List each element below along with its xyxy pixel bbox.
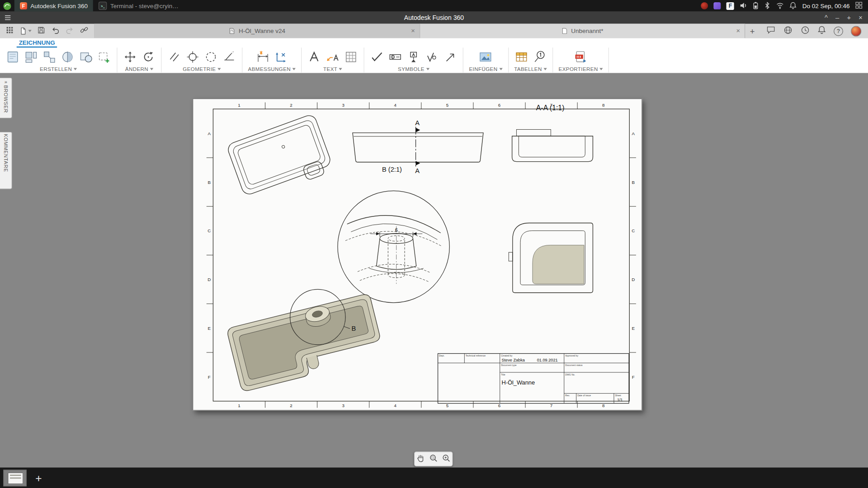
group-dropdown-exportieren[interactable]: EXPORTIEREN bbox=[559, 66, 603, 72]
browser-panel-tab[interactable]: » BROWSER bbox=[0, 77, 12, 118]
section-view-aa[interactable] bbox=[512, 130, 593, 162]
comment-icon[interactable] bbox=[766, 25, 776, 36]
zoom-window-icon[interactable] bbox=[429, 453, 439, 465]
history-icon[interactable] bbox=[801, 25, 810, 37]
comments-panel-tab[interactable]: KOMMENTARE bbox=[0, 131, 12, 189]
zone-label: B bbox=[632, 180, 635, 185]
help-icon[interactable]: ? bbox=[834, 26, 843, 36]
share-link-icon[interactable] bbox=[80, 25, 89, 36]
redo-icon[interactable] bbox=[65, 26, 74, 36]
taskbar-window-terminal[interactable]: >_ Terminal - steve@cryin… bbox=[93, 0, 184, 12]
ribbon-group-text: TEXT bbox=[302, 47, 364, 72]
group-dropdown-geometrie[interactable]: GEOMETRIE bbox=[183, 66, 221, 72]
expand-panel-icon: » bbox=[5, 80, 7, 84]
center-mark-icon[interactable] bbox=[185, 50, 200, 64]
shade-window-button[interactable]: ^ bbox=[825, 12, 828, 24]
chevron-down-icon bbox=[339, 68, 342, 70]
close-tab-icon[interactable]: × bbox=[736, 27, 741, 35]
taskbar-clock[interactable]: Do 02 Sep, 00:46 bbox=[802, 3, 850, 9]
fusion-tray-icon[interactable]: F bbox=[726, 2, 734, 9]
iso-shaded-view[interactable]: B bbox=[226, 289, 385, 392]
minimize-button[interactable]: – bbox=[835, 12, 839, 24]
panel-grid-icon[interactable] bbox=[855, 2, 863, 10]
chevron-down-icon bbox=[543, 68, 547, 70]
table-icon[interactable] bbox=[514, 50, 528, 64]
rotate-icon[interactable] bbox=[141, 50, 156, 64]
undo-icon[interactable] bbox=[51, 26, 60, 36]
surface-finish-icon[interactable] bbox=[425, 50, 439, 64]
avatar[interactable] bbox=[851, 26, 861, 36]
group-dropdown-aendern[interactable]: ÄNDERN bbox=[125, 66, 153, 72]
iso-wireframe-view[interactable] bbox=[226, 113, 334, 202]
text-icon[interactable] bbox=[307, 50, 322, 64]
ribbon-group-exportieren: EXPORTIEREN bbox=[553, 47, 609, 72]
wifi-icon[interactable] bbox=[776, 1, 784, 10]
datum-icon[interactable] bbox=[406, 50, 421, 64]
base-view-icon[interactable] bbox=[24, 50, 38, 64]
volume-icon[interactable] bbox=[740, 1, 747, 10]
circle-icon[interactable] bbox=[204, 50, 218, 64]
dimension-icon[interactable] bbox=[255, 50, 270, 64]
drawing-canvas[interactable]: » BROWSER KOMMENTARE 1 2 bbox=[0, 73, 868, 468]
edge-symbol-icon[interactable] bbox=[443, 50, 458, 64]
sheet-icon[interactable] bbox=[5, 50, 20, 64]
online-status-icon[interactable] bbox=[783, 25, 793, 37]
workspace-tab-zeichnung[interactable]: ZEICHNUNG bbox=[17, 39, 57, 47]
group-dropdown-einfuegen[interactable]: EINFÜGEN bbox=[469, 66, 502, 72]
battery-icon[interactable] bbox=[753, 1, 759, 10]
new-tab-button[interactable]: + bbox=[745, 24, 760, 38]
pdf-export-icon[interactable] bbox=[574, 50, 588, 64]
group-dropdown-symbole[interactable]: SYMBOLE bbox=[398, 66, 429, 72]
window-thumbnail[interactable] bbox=[3, 469, 26, 486]
zoom-icon[interactable] bbox=[441, 453, 451, 465]
document-tabbar: H-Öl_Wanne v24 × Unbenannt* × + ? bbox=[0, 24, 868, 39]
close-tab-icon[interactable]: × bbox=[411, 27, 415, 35]
app-grid-icon[interactable] bbox=[5, 26, 14, 36]
group-dropdown-abmessungen[interactable]: ABMESSUNGEN bbox=[248, 66, 296, 72]
titleblock-field-label: Date of issue bbox=[577, 394, 591, 397]
detail-view-icon[interactable] bbox=[79, 50, 93, 64]
tray-app-red-icon[interactable] bbox=[701, 2, 708, 9]
symbol-table-icon[interactable] bbox=[344, 50, 359, 64]
projected-view-icon[interactable] bbox=[42, 50, 57, 64]
ordinate-dimension-icon[interactable] bbox=[274, 50, 288, 64]
chevron-down-icon bbox=[426, 68, 429, 70]
move-icon[interactable] bbox=[123, 50, 137, 64]
save-icon[interactable] bbox=[37, 26, 45, 36]
zone-label: 1 bbox=[238, 103, 240, 108]
add-workspace-button[interactable]: + bbox=[35, 472, 42, 483]
leader-text-icon[interactable] bbox=[326, 50, 340, 64]
group-dropdown-tabellen[interactable]: TABELLEN bbox=[514, 66, 547, 72]
sketch-icon[interactable] bbox=[97, 50, 111, 64]
bluetooth-icon[interactable] bbox=[764, 1, 771, 10]
pan-hand-icon[interactable] bbox=[416, 453, 426, 465]
file-menu-icon[interactable] bbox=[19, 27, 32, 36]
balloon-icon[interactable] bbox=[533, 50, 547, 64]
surface-check-icon[interactable] bbox=[370, 50, 384, 64]
taskbar-window-fusion[interactable]: F Autodesk Fusion 360 bbox=[14, 0, 93, 12]
title-block[interactable]: Dept. Technical reference Created by App… bbox=[438, 353, 629, 403]
close-window-button[interactable]: × bbox=[859, 12, 863, 24]
app-title: Autodesk Fusion 360 bbox=[0, 14, 868, 21]
detail-view-b[interactable]: 6 bbox=[338, 191, 449, 302]
notifications-icon[interactable] bbox=[818, 25, 826, 36]
image-icon[interactable] bbox=[479, 50, 493, 64]
front-view[interactable]: A A bbox=[353, 119, 483, 175]
start-menu-icon[interactable] bbox=[0, 1, 14, 10]
section-view-corner[interactable] bbox=[509, 223, 593, 292]
doc-tab-untitled[interactable]: Unbenannt* × bbox=[420, 24, 745, 38]
drawing-sheet[interactable]: 1 2 3 4 5 6 7 8 1 2 3 4 5 6 7 8 A bbox=[193, 99, 642, 411]
extend-icon[interactable] bbox=[222, 50, 236, 64]
centerline-icon[interactable] bbox=[167, 50, 182, 64]
section-view-icon[interactable] bbox=[60, 50, 75, 64]
chevron-down-icon bbox=[74, 68, 77, 70]
group-dropdown-text[interactable]: TEXT bbox=[323, 66, 342, 72]
zone-label: 6 bbox=[498, 403, 501, 408]
group-dropdown-erstellen[interactable]: ERSTELLEN bbox=[40, 66, 77, 72]
maximize-button[interactable]: + bbox=[847, 12, 851, 24]
zone-label: E bbox=[208, 326, 211, 331]
bell-icon[interactable] bbox=[790, 1, 797, 10]
doc-tab-drawing[interactable]: H-Öl_Wanne v24 × bbox=[94, 24, 420, 38]
tolerance-frame-icon[interactable] bbox=[388, 50, 403, 64]
tray-app-purple-icon[interactable] bbox=[714, 2, 721, 9]
